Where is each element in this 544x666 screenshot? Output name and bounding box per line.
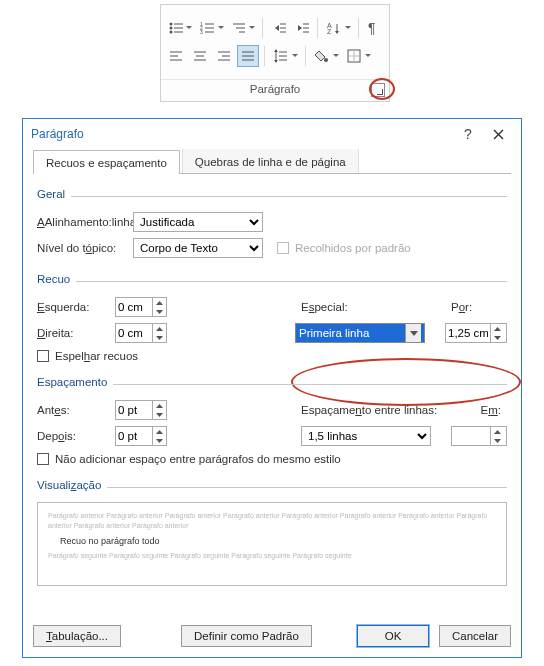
- paragraph-dialog: Parágrafo ? Recuos e espaçamento Quebras…: [22, 118, 522, 658]
- svg-marker-55: [156, 336, 163, 340]
- svg-point-4: [169, 31, 172, 34]
- by-label: Por:: [451, 301, 507, 313]
- outline-select[interactable]: Corpo de Texto: [133, 238, 263, 258]
- left-spin[interactable]: [115, 297, 167, 317]
- right-label: Direita:: [37, 327, 115, 339]
- tab-line-breaks[interactable]: Quebras de linha e de página: [182, 149, 359, 173]
- borders-icon[interactable]: [343, 45, 365, 67]
- spin-up-icon[interactable]: [153, 298, 166, 307]
- svg-marker-58: [494, 336, 501, 340]
- ribbon-group-text: Parágrafo: [250, 83, 301, 95]
- spin-down-icon[interactable]: [153, 333, 166, 342]
- bullets-icon[interactable]: [165, 17, 186, 39]
- shading-icon[interactable]: [311, 45, 333, 67]
- collapsed-label: Recolhidos por padrão: [295, 242, 411, 254]
- tabs-button[interactable]: Tabulação...: [33, 625, 121, 647]
- svg-marker-52: [156, 301, 163, 305]
- svg-marker-26: [335, 31, 339, 34]
- outline-label: Nível do tópico:: [37, 242, 133, 254]
- align-right-icon[interactable]: [213, 45, 235, 67]
- at-spin[interactable]: [451, 426, 507, 446]
- chevron-down-icon[interactable]: [405, 324, 421, 342]
- help-button[interactable]: ?: [453, 121, 483, 147]
- svg-marker-19: [298, 25, 302, 31]
- svg-point-46: [324, 58, 328, 62]
- line-spacing-icon[interactable]: [270, 45, 292, 67]
- right-value[interactable]: [116, 324, 152, 342]
- by-value[interactable]: [446, 324, 490, 342]
- multilevel-list-icon[interactable]: [228, 17, 249, 39]
- spin-down-icon[interactable]: [491, 333, 504, 342]
- group-title: Visualização: [37, 479, 107, 491]
- set-default-button[interactable]: Definir como Padrão: [181, 625, 312, 647]
- group-general: Geral AAlinhamento:linhamento: Justifica…: [37, 196, 507, 259]
- svg-marker-57: [494, 327, 501, 331]
- right-spin[interactable]: [115, 323, 167, 343]
- spin-up-icon[interactable]: [491, 427, 504, 436]
- special-label: Especial:: [301, 301, 431, 313]
- line-spacing-select[interactable]: 1,5 linhas: [301, 426, 431, 446]
- svg-marker-53: [156, 310, 163, 314]
- svg-text:¶: ¶: [368, 21, 376, 35]
- ribbon-group-label: Parágrafo: [161, 79, 389, 101]
- preview-pane: Parágrafo anterior Parágrafo anterior Pa…: [37, 502, 507, 586]
- spin-up-icon[interactable]: [153, 427, 166, 436]
- group-preview: Visualização Parágrafo anterior Parágraf…: [37, 487, 507, 586]
- spin-down-icon[interactable]: [491, 436, 504, 445]
- after-label: Depois:: [37, 430, 115, 442]
- titlebar: Parágrafo ?: [23, 119, 521, 149]
- dialog-title: Parágrafo: [31, 127, 453, 141]
- by-spin[interactable]: [445, 323, 507, 343]
- spin-down-icon[interactable]: [153, 436, 166, 445]
- svg-marker-64: [494, 439, 501, 443]
- button-row: Tabulação... Definir como Padrão OK Canc…: [33, 625, 511, 647]
- mirror-checkbox[interactable]: [37, 350, 49, 362]
- collapsed-checkbox: [277, 242, 289, 254]
- preview-body: Recuo no parágrafo todo: [60, 535, 496, 548]
- svg-marker-63: [494, 430, 501, 434]
- mirror-label: Espelhar recuos: [55, 350, 138, 362]
- after-value[interactable]: [116, 427, 152, 445]
- svg-text:Z: Z: [327, 28, 332, 34]
- left-value[interactable]: [116, 298, 152, 316]
- group-title: Espaçamento: [37, 376, 113, 388]
- cancel-button[interactable]: Cancelar: [439, 625, 511, 647]
- decrease-indent-icon[interactable]: [268, 17, 289, 39]
- special-value: Primeira linha: [299, 327, 369, 339]
- svg-marker-42: [274, 60, 278, 63]
- no-space-checkbox[interactable]: [37, 453, 49, 465]
- align-left-icon[interactable]: [165, 45, 187, 67]
- spin-up-icon[interactable]: [491, 324, 504, 333]
- svg-marker-62: [156, 439, 163, 443]
- before-value[interactable]: [116, 401, 152, 419]
- spin-down-icon[interactable]: [153, 307, 166, 316]
- numbering-icon[interactable]: 123: [196, 17, 217, 39]
- after-spin[interactable]: [115, 426, 167, 446]
- svg-marker-56: [410, 331, 418, 336]
- svg-point-2: [169, 27, 172, 30]
- preview-next: Parágrafo seguinte Parágrafo seguinte Pa…: [48, 551, 496, 561]
- svg-marker-61: [156, 430, 163, 434]
- dialog-launcher-icon[interactable]: [371, 83, 385, 97]
- close-button[interactable]: [483, 121, 513, 147]
- special-select[interactable]: Primeira linha: [295, 323, 425, 343]
- before-spin[interactable]: [115, 400, 167, 420]
- tab-indent-spacing[interactable]: Recuos e espaçamento: [33, 150, 180, 174]
- align-select[interactable]: Justificada: [133, 212, 263, 232]
- justify-icon[interactable]: [237, 45, 259, 67]
- ok-button[interactable]: OK: [357, 625, 429, 647]
- svg-marker-54: [156, 327, 163, 331]
- sort-icon[interactable]: AZ: [323, 17, 344, 39]
- spin-up-icon[interactable]: [153, 401, 166, 410]
- at-value[interactable]: [452, 427, 490, 445]
- group-title: Recuo: [37, 273, 76, 285]
- svg-point-0: [169, 23, 172, 26]
- increase-indent-icon[interactable]: [291, 17, 312, 39]
- align-center-icon[interactable]: [189, 45, 211, 67]
- show-marks-icon[interactable]: ¶: [364, 17, 385, 39]
- group-indent: Recuo Esquerda: Especial: Por: Direita:: [37, 281, 507, 362]
- svg-marker-41: [274, 49, 278, 52]
- spin-up-icon[interactable]: [153, 324, 166, 333]
- spin-down-icon[interactable]: [153, 410, 166, 419]
- no-space-label: Não adicionar espaço entre parágrafos do…: [55, 453, 341, 465]
